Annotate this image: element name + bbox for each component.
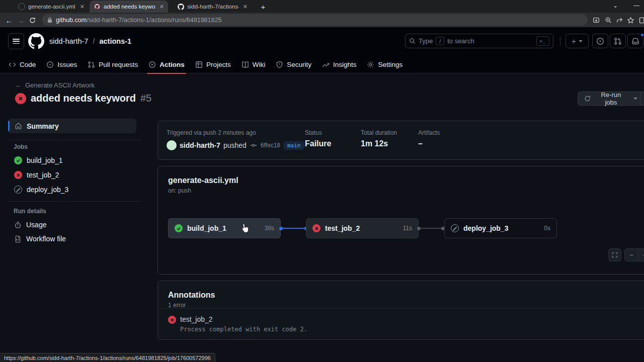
tab-favicon-github-icon [177,3,184,10]
sidebar-job-build[interactable]: build_job_1 [14,156,63,164]
table-icon [195,61,203,68]
success-icon [14,156,22,164]
create-new-button[interactable]: + [566,34,589,48]
tab-code[interactable]: Code [4,55,40,73]
sidebar-item-usage[interactable]: Usage [14,221,46,229]
job-duration: 39s [265,225,274,232]
slash-key-hint: / [436,37,444,45]
browser-tab-1[interactable]: generate-ascii.yml - actions-1 [G ✕ [14,1,89,13]
book-icon [242,61,249,68]
issues-dashboard-button[interactable] [592,34,608,48]
tab-settings[interactable]: Settings [362,55,407,73]
git-pull-request-icon [88,61,95,68]
workflow-graph-card: generate-ascii.yml on: push build_job_1 … [157,166,644,275]
new-tab-button[interactable]: + [258,2,269,12]
search-icon [409,38,416,44]
zoom-out-button[interactable]: − [624,248,638,261]
status-value: Failure [305,139,331,148]
browser-tab-2-active[interactable]: added needs keyword · sidd-har ✕ [90,1,168,13]
back-button[interactable]: ← [3,14,15,26]
forward-button[interactable]: → [15,14,27,26]
tab-favicon-loading-icon [18,3,25,10]
actor-row: sidd-harth-7 pushed 6ffec18 main [167,140,304,150]
hamburger-icon [13,39,20,44]
jobs-section-header: Jobs [14,143,28,150]
tab-favicon-github-icon [94,3,101,10]
share-icon[interactable] [614,15,625,26]
search-placeholder: Type [419,37,433,45]
tab-title: generate-ascii.yml - actions-1 [G [28,4,76,10]
back-to-workflow-link[interactable]: ← Generate ASCII Artwork [15,81,95,89]
tab-pull-requests[interactable]: Pull requests [83,55,142,73]
annotations-card: Annotations 1 error test_job_2 Process c… [157,281,644,340]
github-logo[interactable] [28,33,44,49]
run-title-row: added needs keyword #5 [15,93,151,104]
plus-icon: + [572,37,576,45]
actor-login[interactable]: sidd-harth-7 [180,141,220,149]
more-options-button-partial[interactable] [640,92,644,106]
tab-wiki[interactable]: Wiki [237,55,270,73]
bookmark-star-icon[interactable] [625,15,636,26]
connector-line [420,228,442,229]
tab-issues[interactable]: Issues [42,55,82,73]
graph-node-build-job-1[interactable]: build_job_1 39s [168,218,281,238]
command-palette-icon[interactable]: >_ [536,36,549,46]
file-code-icon [14,235,22,243]
issue-opened-icon [596,37,604,45]
artifacts-value: – [418,139,423,148]
tab-close-icon[interactable]: ✕ [159,4,164,10]
run-details-section-header: Run details [14,208,46,215]
breadcrumb-repo[interactable]: actions-1 [99,37,131,45]
graph-node-deploy-job-3[interactable]: deploy_job_3 0s [444,218,557,238]
annotation-job-link[interactable]: test_job_2 [180,315,307,323]
tab-actions[interactable]: Actions [144,55,189,73]
sidebar-item-summary[interactable]: Summary [8,119,136,133]
save-tab-group-icon[interactable] [591,15,602,26]
selected-accent-bar [8,121,10,131]
sidebar-job-deploy[interactable]: deploy_job_3 [14,186,68,194]
sidebar-item-workflow-file[interactable]: Workflow file [14,235,66,243]
run-summary-card: Triggered via push 2 minutes ago sidd-ha… [157,121,644,160]
divider [158,308,644,309]
failure-icon [15,93,26,104]
address-bar[interactable]: github.com/sidd-harth-7/actions-1/action… [42,14,588,26]
annotations-title: Annotations [168,291,215,300]
zoom-page-icon[interactable] [603,15,614,26]
graph-node-test-job-2[interactable]: test_job_2 11s [306,218,419,238]
tab-title: added needs keyword · sidd-har [104,4,155,10]
tab-close-icon[interactable]: ✕ [243,4,248,10]
gear-icon [367,61,374,68]
avatar[interactable] [167,140,177,150]
window-menu-chevron-icon[interactable]: ⌄ [608,0,623,11]
tab-insights[interactable]: Insights [317,55,361,73]
zoom-in-button[interactable]: + [638,248,644,261]
annotations-count: 1 error [168,302,186,309]
inbox-button[interactable] [627,34,643,48]
side-panel-icon[interactable] [637,15,644,26]
stopwatch-icon [14,221,22,229]
sidebar-job-test[interactable]: test_job_2 [14,171,59,179]
job-duration: 11s [403,225,412,232]
tab-close-icon[interactable]: ✕ [80,4,85,10]
skipped-icon [14,186,22,194]
search-input[interactable]: Type / to search >_ [405,34,553,48]
rerun-jobs-button[interactable]: Re-run jobs [578,92,644,106]
commit-sha[interactable]: 6ffec18 [261,142,280,149]
fullscreen-button[interactable] [608,248,621,261]
chevron-down-icon [579,40,583,42]
tab-security[interactable]: Security [271,55,316,73]
pull-requests-dashboard-button[interactable] [610,34,626,48]
window-minimize-button[interactable]: — [629,0,644,11]
tab-title: sidd-harth-7/actions-1 [187,4,239,10]
reload-button[interactable] [26,14,38,26]
breadcrumb-owner[interactable]: sidd-harth-7 [49,37,88,45]
branch-badge[interactable]: main [283,141,305,150]
tab-projects[interactable]: Projects [191,55,235,73]
failure-icon [312,224,320,232]
global-menu-button[interactable] [8,33,24,49]
annotation-item: test_job_2 Process completed with exit c… [168,315,307,333]
artifacts-label: Artifacts [418,129,440,136]
browser-tab-3[interactable]: sidd-harth-7/actions-1 ✕ [173,1,252,13]
search-placeholder-suffix: to search [447,37,474,45]
browser-toolbar: ← → github.com/sidd-harth-7/actions-1/ac… [0,13,644,27]
